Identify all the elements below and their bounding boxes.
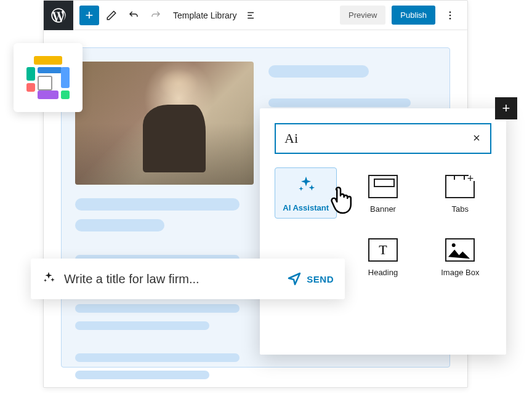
block-banner[interactable]: Banner <box>352 167 414 219</box>
add-block-button[interactable]: + <box>79 6 99 25</box>
edit-button[interactable] <box>102 6 121 25</box>
wordpress-logo[interactable] <box>44 1 73 30</box>
block-search-row <box>275 123 491 154</box>
ai-prompt-bar: Write a title for law firm... SEND <box>31 259 345 299</box>
preview-button[interactable]: Preview <box>340 6 385 25</box>
send-icon <box>287 271 302 286</box>
placeholder-line <box>75 353 240 362</box>
block-heading[interactable]: T Heading <box>352 231 414 282</box>
more-options-button[interactable] <box>440 6 460 25</box>
stackable-logo-icon <box>26 56 70 99</box>
publish-button[interactable]: Publish <box>392 6 435 25</box>
placeholder-line <box>75 198 240 211</box>
placeholder-image <box>75 62 254 185</box>
placeholder-line <box>268 65 369 78</box>
svg-point-2 <box>449 17 451 19</box>
block-label: AI Assistant <box>283 203 329 212</box>
block-search-input[interactable] <box>284 131 465 147</box>
pencil-icon <box>106 10 117 21</box>
template-library-label[interactable]: Template Library <box>173 10 237 20</box>
dots-vertical-icon <box>445 10 456 21</box>
undo-button[interactable] <box>124 6 143 25</box>
editor-toolbar: + Template Library Preview Publish <box>44 1 467 30</box>
ai-prompt-input[interactable]: Write a title for law firm... <box>64 272 278 286</box>
close-icon <box>472 133 482 143</box>
svg-point-0 <box>449 11 451 13</box>
block-label: Image Box <box>441 268 479 277</box>
block-tabs[interactable]: Tabs <box>429 167 491 219</box>
block-image-box[interactable]: Image Box <box>429 231 491 282</box>
heading-icon: T <box>368 238 398 262</box>
plugin-logo-card <box>14 43 83 112</box>
block-inserter-panel: + AI Assistant Banner Tabs T Heading <box>260 108 506 355</box>
placeholder-line <box>75 371 209 379</box>
sparkle-icon <box>42 271 55 287</box>
placeholder-line <box>75 321 209 330</box>
clear-search-button[interactable] <box>472 132 482 146</box>
block-label: Banner <box>370 204 396 214</box>
placeholder-line <box>75 304 240 313</box>
tabs-icon <box>445 175 475 198</box>
block-label: Tabs <box>452 204 469 214</box>
send-button[interactable]: SEND <box>287 271 334 286</box>
banner-icon <box>368 175 398 198</box>
image-box-icon <box>445 238 475 262</box>
undo-icon <box>128 10 139 21</box>
template-settings-button[interactable] <box>242 6 262 25</box>
block-label: Heading <box>368 268 398 277</box>
svg-point-1 <box>449 14 451 16</box>
placeholder-line <box>75 219 164 231</box>
redo-icon <box>150 10 161 21</box>
placeholder-line <box>268 98 411 107</box>
redo-button[interactable] <box>146 6 166 25</box>
sliders-icon <box>246 10 257 21</box>
panel-add-button[interactable]: + <box>495 97 517 119</box>
block-ai-assistant[interactable]: AI Assistant <box>275 167 337 219</box>
sparkle-icon <box>296 175 316 197</box>
wordpress-icon <box>50 7 67 24</box>
svg-point-3 <box>452 244 456 247</box>
send-label: SEND <box>307 274 334 284</box>
